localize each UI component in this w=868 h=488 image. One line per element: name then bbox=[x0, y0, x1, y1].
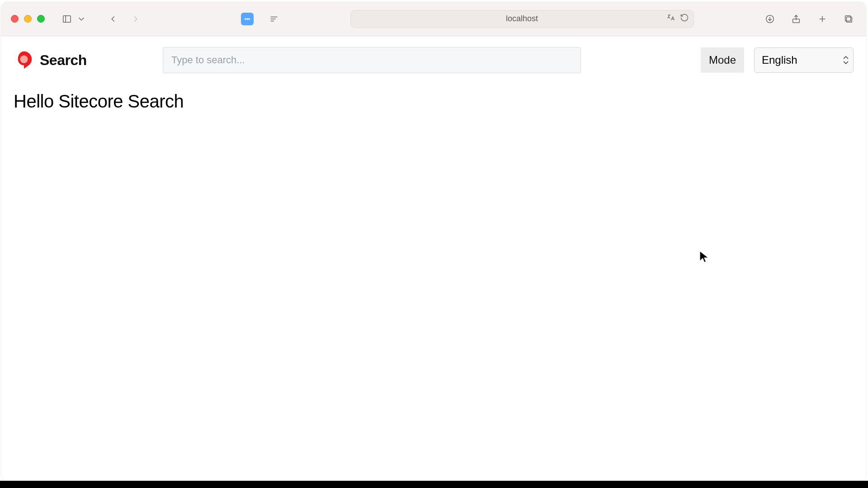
address-bar[interactable]: localhost bbox=[350, 10, 694, 28]
address-text: localhost bbox=[506, 14, 538, 23]
share-button[interactable] bbox=[788, 11, 804, 27]
logo-text: Search bbox=[40, 52, 87, 69]
back-button[interactable] bbox=[105, 11, 121, 27]
svg-rect-11 bbox=[845, 15, 851, 21]
svg-rect-0 bbox=[63, 15, 71, 22]
page-content: Search Mode English Hello Sitecore Searc… bbox=[1, 36, 866, 122]
minimize-window-button[interactable] bbox=[24, 15, 32, 23]
svg-rect-10 bbox=[846, 17, 852, 22]
sitecore-logo-icon bbox=[14, 50, 34, 70]
search-input[interactable] bbox=[163, 47, 581, 73]
new-tab-button[interactable] bbox=[815, 11, 830, 27]
browser-toolbar: ••• localhost bbox=[1, 2, 866, 36]
svg-point-12 bbox=[20, 55, 28, 63]
close-window-button[interactable] bbox=[11, 15, 19, 23]
reload-icon[interactable] bbox=[680, 13, 689, 24]
tab-overview-button[interactable] bbox=[841, 11, 856, 27]
logo[interactable]: Search bbox=[14, 50, 154, 70]
maximize-window-button[interactable] bbox=[37, 15, 45, 23]
app-header: Search Mode English bbox=[1, 36, 866, 81]
sidebar-menu-button[interactable] bbox=[76, 11, 86, 27]
mode-toggle-button[interactable]: Mode bbox=[701, 47, 744, 73]
reader-mode-button[interactable] bbox=[266, 11, 282, 27]
translate-icon[interactable] bbox=[666, 13, 675, 24]
language-selected-value: English bbox=[762, 54, 797, 66]
downloads-button[interactable] bbox=[762, 11, 778, 27]
window-controls bbox=[11, 15, 45, 23]
browser-window: ••• localhost bbox=[1, 2, 866, 481]
extension-badge[interactable]: ••• bbox=[241, 13, 254, 25]
page-heading: Hello Sitecore Search bbox=[1, 81, 866, 122]
forward-button[interactable] bbox=[128, 11, 143, 27]
background-strip bbox=[0, 481, 868, 488]
select-caret-icon bbox=[843, 48, 849, 72]
language-select[interactable]: English bbox=[754, 47, 854, 73]
sidebar-toggle-button[interactable] bbox=[59, 11, 75, 27]
